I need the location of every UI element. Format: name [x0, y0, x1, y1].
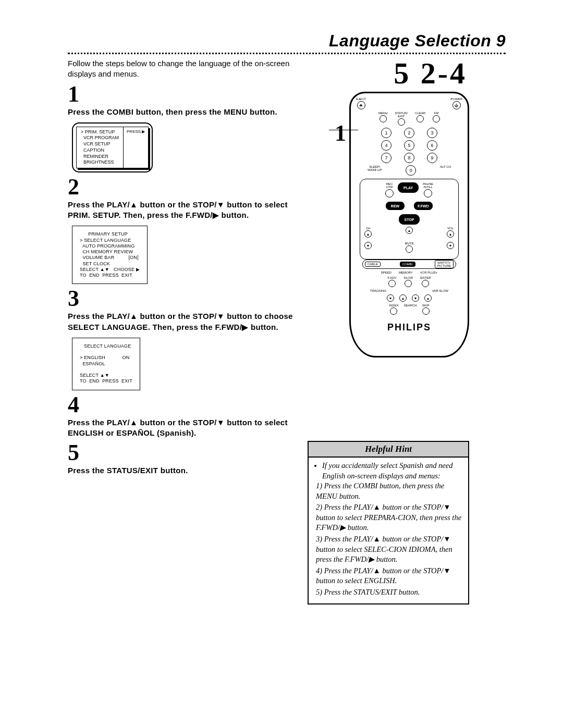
ch-down-icon — [364, 242, 372, 249]
rec-label: REC OTR — [386, 182, 393, 189]
hint-line-1: 1) Press the COMBI button, then press th… — [316, 481, 463, 501]
pause-button-icon — [424, 189, 432, 198]
ffwd-button: F.FWD — [414, 202, 433, 210]
left-column: Follow the steps below to change the lan… — [68, 58, 297, 476]
cable-label: CABLE — [365, 262, 381, 267]
digit-0: 0 — [406, 165, 416, 176]
fadv-button-icon — [388, 280, 396, 287]
helpful-hint-body: If you accidentally select Spanish and n… — [309, 458, 468, 603]
vol-up2-icon — [447, 230, 454, 238]
vcrplus-label: VCR PLUS+ — [420, 271, 438, 274]
status-exit-label: STATUS/ EXIT — [395, 112, 408, 118]
rew-button: REW — [386, 202, 405, 210]
helpful-hint-title: Helpful Hint — [309, 442, 468, 458]
fm-button-icon — [433, 115, 440, 122]
power-button-icon: ⏻ — [452, 101, 461, 109]
enter-button-icon — [422, 280, 429, 287]
index-button-icon — [390, 307, 397, 315]
skip-button-icon — [422, 307, 430, 315]
power-label: POWER — [450, 97, 462, 101]
fadv-label: F.ADV — [387, 276, 396, 279]
step-5-text: Press the STATUS/EXIT button. — [68, 465, 297, 476]
menu-label: MENU — [378, 112, 388, 115]
altch-label: ALT CH — [440, 165, 451, 168]
pause-label: PAUSE /STILL — [423, 182, 433, 189]
hint-line-4: 4) Press the PLAY/▲ button or the STOP/▼… — [316, 566, 463, 586]
varslow-down-icon — [412, 294, 419, 302]
digit-7: 7 — [381, 153, 391, 163]
step-2-text: Press the PLAY/▲ button or the STOP/▼ bu… — [68, 200, 297, 221]
ch-label: CH — [366, 227, 371, 230]
varslow-label: VAR.SLOW — [432, 289, 448, 292]
step-3-text: Press the PLAY/▲ button or the STOP/▼ bu… — [68, 311, 297, 332]
combi-label: COMBI — [400, 262, 415, 267]
clear-label: CLEAR — [415, 112, 425, 115]
varslow-up-icon — [424, 294, 432, 302]
osd-screen-2: PRIMARY SETUP > SELECT LANGUAGE AUTO PRO… — [72, 226, 297, 284]
eject-label: EJECT — [356, 97, 366, 101]
hint-line-3: 3) Press the PLAY/▲ button or the STOP/▼… — [316, 534, 463, 565]
mode-bar: CABLE COMBI SIMTXT+ PICTURE — [362, 260, 456, 269]
hint-line-5: 5) Press the STATUS/EXIT button. — [316, 587, 463, 598]
right-column: 5 2-4 1 EJECT⏏ POWER⏻ MENU STATUS/ EXIT … — [308, 58, 469, 604]
intro-text: Follow the steps below to change the lan… — [68, 58, 297, 80]
vol-up-icon — [406, 227, 413, 234]
slow-button-icon — [405, 280, 412, 287]
mute-button-icon — [406, 245, 413, 253]
step-5-number: 5 — [68, 441, 297, 464]
hint-bullet: If you accidentally select Spanish and n… — [322, 461, 463, 481]
fm-label: FM — [434, 112, 439, 115]
callout-numbers-top: 5 2-4 — [308, 58, 469, 89]
play-button: PLAY — [398, 182, 419, 193]
osd1-press-label: PRESS ▶ — [123, 127, 148, 168]
digit-4: 4 — [381, 140, 391, 151]
digit-3: 3 — [427, 128, 437, 138]
osd2-body: PRIMARY SETUP > SELECT LANGUAGE AUTO PRO… — [72, 226, 148, 284]
stop-button: STOP — [399, 214, 420, 225]
step-4-text: Press the PLAY/▲ button or the STOP/▼ bu… — [68, 417, 297, 439]
helpful-hint-box: Helpful Hint If you accidentally select … — [308, 441, 469, 604]
tracking-up-icon — [399, 294, 407, 302]
brand-logo: PHILIPS — [387, 322, 431, 333]
page-title: Language Selection 9 — [68, 31, 506, 51]
rec-button-icon — [385, 189, 394, 198]
skip-label: SKIP — [422, 304, 430, 307]
osd3-body: SELECT LANGUAGE > ENGLISH ON ESPAÑOL SEL… — [72, 338, 140, 390]
vol-label: VOL — [447, 227, 454, 230]
step-2-number: 2 — [68, 176, 297, 199]
digit-6: 6 — [427, 140, 437, 151]
osd1-menu-list: > PRIM. SETUP VCR PROGRAM VCR SETUP CAPT… — [77, 127, 123, 168]
callout-number-1: 1 — [335, 122, 346, 145]
digit-2: 2 — [404, 128, 414, 138]
hint-line-2: 2) Press the PLAY/▲ button or the STOP/▼… — [316, 502, 463, 533]
digit-5: 5 — [404, 140, 414, 151]
slow-label: SLOW — [404, 276, 413, 279]
menu-button-icon — [380, 115, 387, 122]
simtxt-label: SIMTXT+ PICTURE — [435, 260, 454, 268]
manual-page: Language Selection 9 Follow the steps be… — [0, 0, 563, 636]
step-4-number: 4 — [68, 393, 297, 416]
remote-control-diagram: EJECT⏏ POWER⏻ MENU STATUS/ EXIT CLEAR FM… — [349, 92, 469, 357]
sleep-label: SLEEP/ WAKE UP — [368, 165, 382, 171]
tracking-label: TRACKING — [370, 289, 386, 292]
mute-label: MUTE — [405, 242, 414, 245]
speed-label: SPEED — [381, 271, 391, 274]
step-1-number: 1 — [68, 83, 297, 106]
vol-down-icon — [447, 242, 454, 249]
memory-label: MEMORY — [399, 271, 413, 274]
callout-leader-line — [329, 130, 358, 130]
step-3-number: 3 — [68, 287, 297, 310]
digit-1: 1 — [381, 128, 391, 138]
step-1-text: Press the COMBI button, then press the M… — [68, 107, 297, 117]
digit-8: 8 — [404, 153, 414, 163]
search-label: SEARCH — [404, 304, 417, 307]
transport-group: REC OTR PLAY PAUSE /STILL REW F.FWD STOP… — [360, 179, 459, 260]
dotted-rule — [68, 53, 506, 54]
digit-9: 9 — [427, 153, 437, 163]
osd-screen-3: SELECT LANGUAGE > ENGLISH ON ESPAÑOL SEL… — [72, 338, 297, 390]
clear-button-icon — [417, 115, 424, 122]
index-label: INDEX — [389, 304, 398, 307]
ch-up-icon — [364, 230, 372, 238]
enter-label: ENTER — [420, 276, 431, 279]
osd-screen-1: > PRIM. SETUP VCR PROGRAM VCR SETUP CAPT… — [72, 122, 297, 172]
